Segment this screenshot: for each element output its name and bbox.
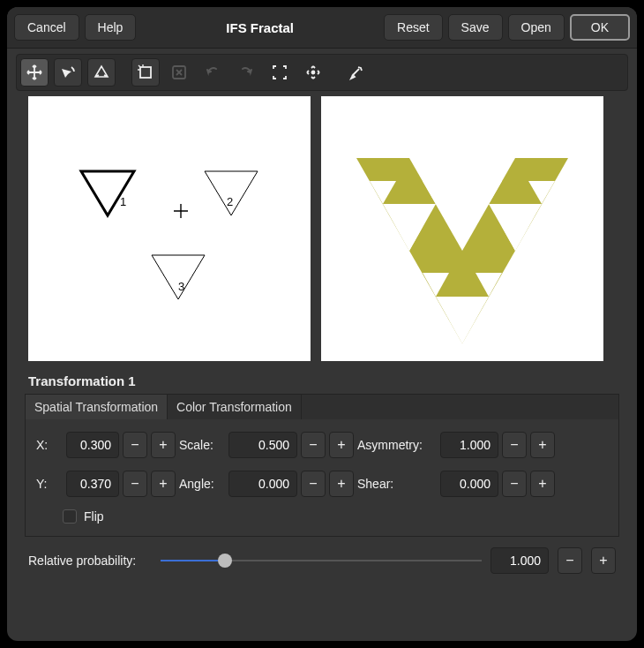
- help-button[interactable]: Help: [85, 14, 137, 41]
- relative-probability-label: Relative probability:: [28, 554, 152, 568]
- preview-svg: [321, 96, 603, 361]
- relative-probability-row: Relative probability: − +: [7, 537, 637, 584]
- tabs-body: X: − + Scale: − + Asymmetry: − + Y: − + …: [26, 419, 618, 536]
- x-input[interactable]: [66, 432, 119, 458]
- options-icon: [348, 64, 366, 81]
- new-icon: [137, 64, 154, 81]
- flip-label: Flip: [84, 509, 104, 524]
- toolbar: [16, 54, 628, 91]
- ok-button[interactable]: OK: [570, 14, 630, 41]
- design-svg: 1 2 3 1 2 3: [28, 96, 311, 361]
- angle-increment[interactable]: +: [329, 471, 354, 497]
- relative-probability-decrement[interactable]: −: [558, 547, 582, 574]
- undo-icon: [204, 64, 221, 81]
- relative-probability-slider[interactable]: [161, 552, 482, 569]
- redo-button: [232, 58, 260, 87]
- shear-decrement[interactable]: −: [502, 471, 527, 497]
- scale-increment[interactable]: +: [329, 432, 354, 458]
- angle-decrement[interactable]: −: [301, 471, 326, 497]
- dialog-title: IFS Fractal: [141, 20, 378, 35]
- x-increment[interactable]: +: [151, 432, 176, 458]
- rotate-tool-button[interactable]: [54, 58, 82, 87]
- angle-label: Angle:: [179, 477, 225, 491]
- svg-text:2: 2: [227, 195, 233, 208]
- delete-icon: [170, 64, 188, 81]
- recenter-icon: [304, 64, 322, 81]
- asymmetry-label: Asymmetry:: [357, 438, 437, 452]
- select-all-button[interactable]: [266, 58, 294, 87]
- svg-rect-0: [140, 67, 151, 78]
- scale-decrement[interactable]: −: [301, 432, 326, 458]
- reset-button[interactable]: Reset: [384, 14, 443, 41]
- cancel-button[interactable]: Cancel: [14, 14, 79, 41]
- stretch-tool-button[interactable]: [87, 58, 116, 87]
- redo-icon: [237, 64, 255, 81]
- move-icon: [26, 64, 43, 81]
- shear-increment[interactable]: +: [530, 471, 555, 497]
- relative-probability-input[interactable]: [490, 547, 549, 574]
- x-label: X:: [36, 438, 63, 452]
- shear-input[interactable]: [440, 471, 498, 497]
- toolbar-container: [7, 49, 637, 96]
- tab-color[interactable]: Color Transformation: [168, 395, 302, 419]
- asymmetry-input[interactable]: [440, 432, 498, 458]
- options-button[interactable]: [343, 58, 371, 87]
- y-decrement[interactable]: −: [123, 471, 147, 497]
- relative-probability-increment[interactable]: +: [591, 547, 616, 574]
- move-tool-button[interactable]: [20, 58, 49, 87]
- rotate-icon: [59, 64, 77, 81]
- canvas-row: 1 2 3 1 2 3: [7, 96, 637, 368]
- save-button[interactable]: Save: [448, 14, 503, 41]
- svg-point-2: [312, 72, 315, 74]
- tab-spatial[interactable]: Spatial Transformation: [26, 395, 168, 419]
- design-canvas[interactable]: 1 2 3 1 2 3: [28, 96, 311, 361]
- tabs-frame: Spatial Transformation Color Transformat…: [25, 394, 619, 537]
- tabs-header: Spatial Transformation Color Transformat…: [26, 395, 618, 419]
- recenter-button[interactable]: [299, 58, 327, 87]
- shear-label: Shear:: [357, 477, 437, 491]
- new-button[interactable]: [131, 58, 160, 87]
- section-title: Transformation 1: [7, 368, 637, 394]
- y-label: Y:: [36, 477, 63, 491]
- svg-marker-27: [449, 320, 476, 343]
- asymmetry-increment[interactable]: +: [530, 432, 555, 458]
- delete-button: [165, 58, 193, 87]
- stretch-icon: [93, 64, 110, 81]
- dialog-window: Cancel Help IFS Fractal Reset Save Open …: [7, 7, 637, 641]
- svg-text:3: 3: [178, 280, 184, 293]
- y-input[interactable]: [66, 471, 119, 497]
- scale-label: Scale:: [179, 438, 225, 452]
- flip-checkbox[interactable]: [63, 509, 77, 524]
- angle-input[interactable]: [228, 471, 297, 497]
- scale-input[interactable]: [228, 432, 297, 458]
- open-button[interactable]: Open: [508, 14, 565, 41]
- x-decrement[interactable]: −: [123, 432, 147, 458]
- select-all-icon: [271, 64, 288, 81]
- y-increment[interactable]: +: [151, 471, 176, 497]
- undo-button: [198, 58, 227, 87]
- asymmetry-decrement[interactable]: −: [502, 432, 527, 458]
- titlebar: Cancel Help IFS Fractal Reset Save Open …: [7, 7, 637, 49]
- svg-rect-7: [28, 96, 311, 361]
- preview-canvas[interactable]: [321, 96, 603, 361]
- svg-text:1: 1: [120, 195, 126, 208]
